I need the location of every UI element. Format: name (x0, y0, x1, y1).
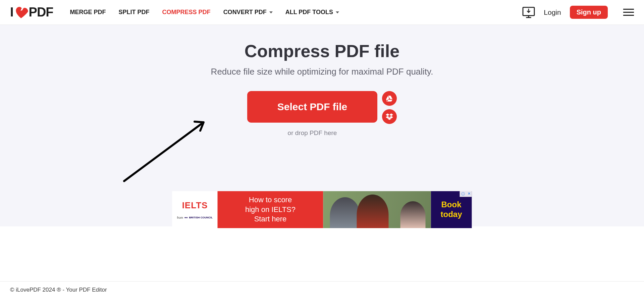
hamburger-menu-icon[interactable] (623, 9, 634, 16)
nav: MERGE PDF SPLIT PDF COMPRESS PDF CONVERT… (70, 9, 523, 16)
ad-headline: How to score high on IELTS? Start here (218, 191, 323, 228)
select-pdf-button[interactable]: Select PDF file (247, 91, 377, 123)
ad-image (323, 191, 431, 228)
login-link[interactable]: Login (544, 8, 561, 16)
nav-merge[interactable]: MERGE PDF (70, 9, 106, 16)
page-title: Compress PDF file (0, 41, 644, 61)
nav-split[interactable]: SPLIT PDF (119, 9, 150, 16)
ad-info-icon[interactable]: ⓘ (460, 191, 466, 197)
logo[interactable]: I PDF (10, 5, 53, 19)
header: I PDF MERGE PDF SPLIT PDF COMPRESS PDF C… (0, 0, 644, 25)
annotation-arrow (122, 119, 210, 186)
ad-banner[interactable]: IELTS from ●● BRITISH COUNCIL How to sco… (172, 191, 472, 228)
logo-prefix: I (10, 5, 13, 19)
download-desktop-icon[interactable] (522, 7, 535, 18)
ad-ielts-logo: IELTS (182, 200, 208, 211)
nav-all-tools[interactable]: ALL PDF TOOLS (285, 9, 339, 16)
signup-button[interactable]: Sign up (570, 6, 608, 19)
nav-all-tools-label: ALL PDF TOOLS (285, 9, 333, 16)
dropbox-button[interactable] (382, 109, 397, 124)
cloud-buttons (382, 91, 397, 124)
footer: © iLovePDF 2024 ® - Your PDF Editor (0, 281, 644, 298)
logo-suffix: PDF (29, 5, 53, 19)
nav-convert-label: CONVERT PDF (223, 9, 267, 16)
google-drive-button[interactable] (382, 91, 397, 106)
copyright: © iLovePDF 2024 ® - Your PDF Editor (10, 287, 107, 293)
ad-from: from ●● BRITISH COUNCIL (177, 216, 213, 219)
page-subtitle: Reduce file size while optimizing for ma… (0, 67, 644, 77)
heart-icon (14, 6, 28, 19)
dropbox-icon (386, 113, 393, 120)
nav-convert[interactable]: CONVERT PDF (223, 9, 273, 16)
header-right: Login Sign up (522, 6, 634, 19)
nav-compress[interactable]: COMPRESS PDF (162, 9, 211, 16)
google-drive-icon (386, 95, 393, 102)
chevron-down-icon (336, 11, 339, 13)
main-content: Compress PDF file Reduce file size while… (0, 25, 644, 226)
chevron-down-icon (269, 11, 273, 13)
ad-close-icon[interactable]: ✕ (466, 191, 472, 197)
select-column: Select PDF file or drop PDF here (247, 91, 377, 137)
ad-brand: IELTS from ●● BRITISH COUNCIL (172, 191, 218, 228)
ad-controls: ⓘ ✕ (460, 191, 472, 197)
drop-hint: or drop PDF here (247, 129, 377, 137)
upload-area: Select PDF file or drop PDF here (247, 91, 397, 137)
